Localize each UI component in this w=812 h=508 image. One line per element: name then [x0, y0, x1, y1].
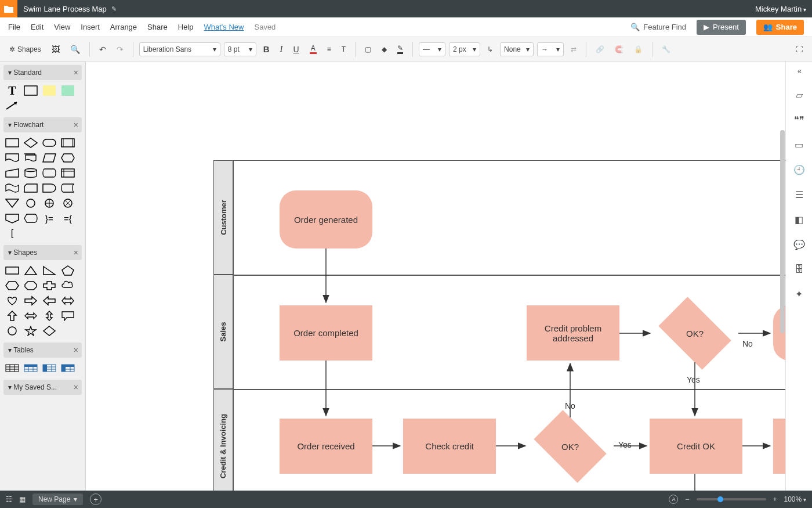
search-button[interactable]: 🔍 — [67, 42, 84, 56]
menu-whats-new[interactable]: What's New — [204, 23, 244, 31]
sh-hexagon[interactable] — [5, 280, 20, 291]
wrench-button[interactable]: 🔧 — [658, 43, 674, 56]
outline-view-icon[interactable]: ☷ — [6, 495, 12, 503]
border-style-button[interactable]: ▢ — [361, 43, 375, 56]
menu-arrange[interactable]: Arrange — [110, 23, 137, 31]
text-color-button[interactable]: A — [306, 42, 320, 56]
node-order-received[interactable]: Order received — [280, 419, 372, 474]
canvas[interactable]: Customer Sales Credit & Invoicing ontrol… — [86, 62, 785, 491]
fc-data[interactable] — [42, 152, 57, 164]
sh-right-triangle[interactable] — [42, 265, 57, 276]
pencil-icon[interactable]: ✎ — [111, 5, 117, 13]
fc-preparation[interactable] — [60, 152, 75, 164]
menu-edit[interactable]: Edit — [31, 23, 44, 31]
fc-delay[interactable] — [42, 182, 57, 194]
section-flowchart[interactable]: ▾ Flowchart × — [3, 117, 82, 132]
line-color-button[interactable]: ✎ — [394, 42, 407, 56]
lane-label-customer[interactable]: Customer — [213, 160, 233, 275]
sh-star[interactable] — [23, 325, 38, 337]
table-shape-2[interactable] — [23, 362, 38, 374]
underline-button[interactable]: U — [290, 42, 303, 56]
close-icon[interactable]: × — [74, 68, 78, 77]
sh-arrow-updown[interactable] — [42, 310, 57, 322]
fc-card[interactable] — [23, 182, 38, 194]
canvas-scrollbar[interactable] — [780, 130, 785, 333]
align-button[interactable]: ≡ — [324, 43, 335, 56]
autosave-icon[interactable]: A — [669, 495, 678, 504]
magnet-button[interactable]: 🧲 — [611, 43, 627, 56]
fc-direct-data[interactable] — [42, 167, 57, 179]
sh-arrow-both[interactable] — [23, 310, 38, 322]
text-options-button[interactable]: T — [338, 43, 349, 56]
menu-help[interactable]: Help — [178, 23, 194, 31]
share-button[interactable]: 👥 Share — [756, 20, 804, 35]
fc-multidoc[interactable] — [23, 152, 38, 164]
image-button[interactable]: 🖼 — [48, 42, 63, 56]
node-ok2[interactable]: OK? — [527, 417, 614, 475]
menu-view[interactable]: View — [54, 23, 70, 31]
sh-diamond[interactable] — [42, 325, 57, 337]
sh-rect[interactable] — [5, 265, 20, 276]
history-icon[interactable]: 🕘 — [793, 164, 805, 175]
fc-manual-input[interactable] — [5, 167, 20, 179]
font-family-select[interactable]: Liberation Sans▾ — [139, 42, 220, 56]
close-icon[interactable]: × — [74, 120, 78, 129]
fc-document[interactable] — [5, 152, 20, 164]
node-order-generated[interactable]: Order generated — [280, 190, 372, 248]
fc-merge[interactable] — [5, 197, 20, 209]
sh-double-arrow[interactable] — [60, 295, 75, 307]
data-icon[interactable]: 🗄 — [795, 264, 804, 275]
fc-sum-junction[interactable] — [60, 197, 75, 209]
menu-insert[interactable]: Insert — [81, 23, 100, 31]
zoom-in-button[interactable]: + — [773, 495, 777, 503]
fc-decision[interactable] — [23, 137, 38, 149]
close-icon[interactable]: × — [74, 345, 78, 355]
fc-brace-left[interactable]: ={ — [60, 212, 75, 224]
close-icon[interactable]: × — [74, 248, 78, 257]
line-start-select[interactable]: None▾ — [500, 42, 534, 56]
fc-brace-right[interactable]: }= — [42, 212, 57, 224]
node-check-credit[interactable]: Check credit — [403, 419, 496, 474]
sh-pentagon[interactable] — [60, 265, 75, 276]
section-tables[interactable]: ▾ Tables × — [3, 343, 82, 358]
line-style-select[interactable]: ―▾ — [419, 42, 445, 56]
page-icon[interactable]: ▱ — [796, 89, 803, 100]
fc-stored-data[interactable] — [60, 182, 75, 194]
line-routing-button[interactable]: ↳ — [484, 43, 496, 56]
node-credit-ok[interactable]: Credit OK — [650, 419, 742, 474]
table-shape-3[interactable] — [42, 362, 57, 374]
redo-button[interactable]: ↷ — [113, 42, 127, 56]
zoom-slider[interactable] — [697, 498, 766, 500]
collapse-rail-button[interactable]: ‹‹ — [798, 66, 800, 75]
sh-callout[interactable] — [60, 310, 75, 322]
bold-button[interactable]: B — [260, 42, 273, 56]
shapes-menu-button[interactable]: ✲Shapes — [6, 43, 45, 56]
lane-label-credit[interactable]: Credit & Invoicing — [213, 389, 233, 491]
sh-heart[interactable] — [5, 295, 20, 307]
grid-view-icon[interactable]: ▦ — [19, 495, 26, 503]
fc-display[interactable] — [23, 212, 38, 224]
undo-button[interactable]: ↶ — [96, 42, 110, 56]
rectangle-shape[interactable] — [23, 85, 38, 96]
node-credit-problem[interactable]: Credit problem addressed — [527, 305, 619, 361]
sh-triangle[interactable] — [23, 265, 38, 276]
feature-find[interactable]: 🔍 Feature Find — [630, 23, 686, 31]
fc-or[interactable] — [42, 197, 57, 209]
sh-arrow-left[interactable] — [42, 295, 57, 307]
arrow-shape[interactable] — [5, 100, 20, 111]
sticky-green-shape[interactable] — [60, 85, 75, 96]
sticky-yellow-shape[interactable] — [42, 85, 57, 96]
fc-paper-tape[interactable] — [5, 182, 20, 194]
folder-icon[interactable] — [0, 0, 17, 17]
sh-arrow-up[interactable] — [5, 310, 20, 322]
document-title[interactable]: Swim Lane Process Map ✎ — [23, 5, 117, 13]
fullscreen-button[interactable]: ⛶ — [792, 43, 806, 56]
zoom-out-button[interactable]: − — [685, 495, 689, 503]
fc-terminator[interactable] — [42, 137, 57, 149]
lane-label-sales[interactable]: Sales — [213, 275, 233, 389]
magic-icon[interactable]: ✦ — [795, 289, 803, 300]
present-button[interactable]: ▶ Present — [697, 20, 746, 35]
node-invoice-prepared[interactable]: Invoice prepared — [773, 419, 785, 474]
add-page-button[interactable]: + — [90, 493, 102, 505]
sh-cloud[interactable] — [60, 280, 75, 291]
